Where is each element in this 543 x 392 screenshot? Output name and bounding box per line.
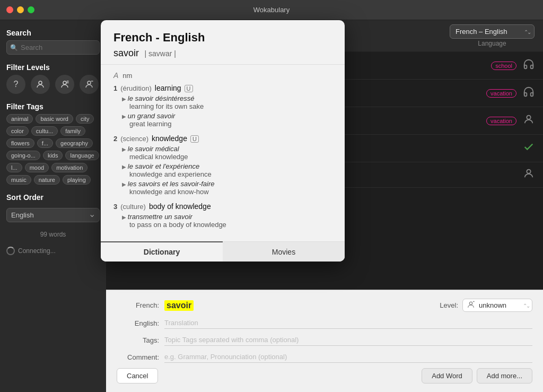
- dict-example: le savoir médical medical knowledge: [122, 145, 332, 161]
- tab-movies[interactable]: Movies: [223, 242, 345, 262]
- connecting-text: Connecting...: [18, 247, 56, 255]
- filter-tags-section: Filter Tags animal basic word city color…: [6, 102, 100, 185]
- sort-select[interactable]: English French Date Added: [6, 208, 100, 222]
- dict-sense-word: body of knowledge: [149, 202, 211, 211]
- tag-cultu[interactable]: cultu...: [31, 126, 58, 136]
- close-button[interactable]: [6, 6, 13, 13]
- dict-sense-3-line: 3 (culture) body of knowledge: [113, 202, 332, 211]
- word-tag: vacation: [486, 117, 516, 125]
- sort-order-section: Sort Order English French Date Added: [6, 193, 100, 222]
- filter-tags-title: Filter Tags: [6, 102, 100, 111]
- app-title: Wokabulary: [253, 6, 290, 14]
- headphone-icon: [523, 86, 535, 100]
- dict-example-en: great learning: [129, 120, 332, 128]
- english-input[interactable]: [164, 317, 532, 329]
- dict-pos-letter: A: [113, 71, 118, 80]
- tag-color[interactable]: color: [6, 126, 29, 136]
- dict-example-fr: le savoir et l'expérience: [122, 162, 332, 170]
- dict-phonetic: | savwar |: [144, 49, 176, 58]
- dict-sense-num: 1: [113, 84, 117, 92]
- dict-example-en: knowledge and experience: [129, 170, 332, 178]
- filter-level-icons: ?: [6, 75, 100, 94]
- dictionary-overlay: French - English savoir | savwar | A nm …: [101, 20, 345, 262]
- connecting-status: Connecting...: [6, 247, 100, 255]
- sort-order-title: Sort Order: [6, 193, 100, 202]
- tag-playing[interactable]: playing: [63, 175, 91, 185]
- search-input[interactable]: [6, 40, 100, 55]
- comment-input[interactable]: [164, 351, 532, 363]
- dict-example: transmettre un savoir to pass on a body …: [122, 213, 332, 229]
- dict-example-en: knowledge and know-how: [129, 188, 332, 196]
- level-select[interactable]: unknown beginner intermediate advanced: [462, 299, 532, 312]
- dict-sense-domain: (érudition): [120, 84, 152, 92]
- dict-sense-domain: (culture): [120, 203, 146, 211]
- dict-example-fr: transmettre un savoir: [122, 213, 332, 221]
- tags-input[interactable]: [164, 334, 532, 346]
- language-select[interactable]: French – English Spanish – English Germa…: [450, 24, 535, 39]
- tag-geography[interactable]: geography: [56, 138, 93, 148]
- dict-example-en: to pass on a body of knowledge: [129, 221, 332, 229]
- dict-body: A nm 1 (érudition) learning U le savoir …: [101, 65, 345, 241]
- dict-title: French - English: [113, 31, 332, 45]
- dict-entry-3: 3 (culture) body of knowledge transmettr…: [113, 202, 332, 229]
- tag-basic-word[interactable]: basic word: [36, 114, 73, 124]
- svg-point-0: [39, 81, 42, 84]
- dict-sense-domain: (science): [120, 135, 148, 143]
- dict-tabs: Dictionary Movies: [101, 241, 345, 262]
- tag-city[interactable]: city: [76, 114, 94, 124]
- dict-badge: U: [190, 135, 199, 143]
- dict-example-fr: les savoirs et les savoir-faire: [122, 180, 332, 188]
- word-count: 99 words: [6, 231, 100, 238]
- titlebar: Wokabulary: [0, 0, 543, 20]
- filter-level-3[interactable]: [55, 75, 74, 94]
- filter-level-2[interactable]: [31, 75, 50, 94]
- dict-entry-2: 2 (science) knowledge U le savoir médica…: [113, 134, 332, 196]
- word-tag: vacation: [486, 89, 516, 98]
- dict-example: le savoir désintéressé learning for its …: [122, 94, 332, 110]
- tag-going-o[interactable]: going-o...: [6, 151, 40, 160]
- tag-animal[interactable]: animal: [6, 114, 33, 124]
- french-row: French: savoir Level: unknown beginner i…: [117, 299, 532, 312]
- sidebar: Search 🔍 Filter Levels ?: [0, 20, 106, 392]
- comment-label: Comment:: [117, 353, 159, 361]
- tag-kids[interactable]: kids: [43, 151, 63, 160]
- tag-nature[interactable]: nature: [34, 175, 60, 185]
- add-more-button[interactable]: Add more...: [477, 368, 532, 384]
- tags-row: Tags:: [117, 334, 532, 346]
- word-tag: school: [491, 62, 516, 70]
- tag-f[interactable]: f...: [37, 138, 53, 148]
- cancel-button[interactable]: Cancel: [117, 368, 158, 384]
- dict-pos: nm: [122, 72, 132, 80]
- dict-pos-line: A nm: [113, 71, 332, 80]
- tag-mood[interactable]: mood: [25, 163, 49, 172]
- filter-level-1[interactable]: ?: [6, 75, 25, 94]
- dict-example-fr: le savoir médical: [122, 145, 332, 153]
- add-word-button[interactable]: Add Word: [422, 368, 472, 384]
- tag-family[interactable]: family: [60, 126, 85, 136]
- svg-point-7: [527, 170, 530, 173]
- dict-example-en: medical knowledge: [129, 153, 332, 161]
- tag-language[interactable]: language: [65, 151, 99, 160]
- maximize-button[interactable]: [28, 6, 34, 13]
- filter-level-4[interactable]: [80, 75, 99, 94]
- language-label: Language: [478, 40, 506, 47]
- dict-example: les savoirs et les savoir-faire knowledg…: [122, 180, 332, 196]
- person-icon: [523, 168, 535, 182]
- dict-sense-num: 2: [113, 135, 117, 143]
- minimize-button[interactable]: [17, 6, 24, 13]
- dict-sense-1-line: 1 (érudition) learning U: [113, 84, 332, 92]
- tags-container: animal basic word city color cultu... fa…: [6, 114, 100, 185]
- filter-levels-title: Filter Levels: [6, 63, 100, 72]
- person-icon: [523, 114, 535, 128]
- dict-sense-word: learning: [155, 84, 181, 92]
- form-buttons: Cancel Add Word Add more...: [117, 368, 532, 384]
- search-title: Search: [6, 29, 100, 37]
- tag-music[interactable]: music: [6, 175, 31, 185]
- tag-l[interactable]: l...: [6, 163, 22, 172]
- svg-point-4: [87, 81, 91, 84]
- french-label: French:: [117, 301, 159, 309]
- tag-flowers[interactable]: flowers: [6, 138, 34, 148]
- dict-entry-1: 1 (érudition) learning U le savoir désin…: [113, 84, 332, 128]
- tab-dictionary[interactable]: Dictionary: [101, 241, 223, 262]
- tag-motivation[interactable]: motivation: [51, 163, 87, 172]
